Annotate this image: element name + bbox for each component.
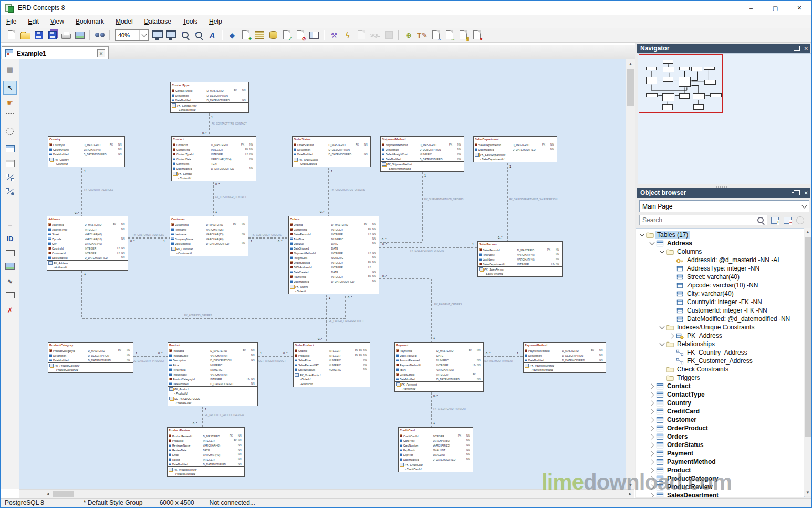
diagram-table-country[interactable]: CountryCountryIdD_MASTERIDPKNNCountryNam… bbox=[48, 136, 125, 167]
note-tool-icon[interactable]: ≡ bbox=[3, 217, 17, 231]
delete-tool-icon[interactable]: ✗ bbox=[3, 303, 17, 317]
tree-item-addressid-d-masterid-nn-ai[interactable]: AddressId: @d_masterid -NN -AI bbox=[668, 256, 781, 264]
vscroll-thumb[interactable] bbox=[627, 69, 634, 106]
close-button[interactable]: ✕ bbox=[787, 1, 811, 15]
zoom-out-icon[interactable]: − bbox=[192, 29, 205, 42]
print-report-icon[interactable]: ● bbox=[471, 29, 483, 42]
tree-item-check-constraints[interactable]: Check Constraints bbox=[658, 365, 730, 374]
tree-item-city-varchar-40[interactable]: City: varchar(40) bbox=[668, 289, 735, 298]
navigator-minimap[interactable] bbox=[638, 53, 812, 184]
page-selector-dropdown[interactable]: Main Page bbox=[639, 200, 809, 212]
tree-item-salesdepartment[interactable]: SalesDepartment bbox=[648, 491, 720, 497]
generate-database-icon[interactable]: ⚒ bbox=[328, 29, 340, 42]
object-browser-pin-icon[interactable] bbox=[794, 190, 800, 195]
tree-scroll-up-arrow[interactable]: ▲ bbox=[804, 228, 812, 236]
tree-item-orderproduct[interactable]: OrderProduct bbox=[648, 424, 710, 432]
hscroll-thumb[interactable] bbox=[53, 491, 74, 497]
tree-item-country[interactable]: Country bbox=[648, 399, 693, 407]
style-editor-icon[interactable] bbox=[308, 29, 320, 42]
new-model-icon[interactable] bbox=[5, 29, 18, 42]
tab-close-icon[interactable]: ✕ bbox=[97, 49, 105, 57]
text-editor-icon[interactable]: T✎ bbox=[416, 29, 429, 42]
tree-scrollbar[interactable]: ▲ ▼ bbox=[804, 228, 812, 496]
tree-item-addresstype-integer-nn[interactable]: AddressType: integer -NN bbox=[668, 264, 761, 273]
export-model-icon[interactable]: → bbox=[443, 29, 456, 42]
tree-scroll-thumb[interactable] bbox=[805, 237, 811, 437]
tree-item-orders[interactable]: Orders bbox=[648, 432, 689, 441]
diagram-table-customer[interactable]: CustomerCustomerIdD_MASTERIDPKNNFirstnam… bbox=[170, 216, 248, 256]
tree-scroll-down-arrow[interactable]: ▼ bbox=[804, 489, 812, 496]
menu-edit[interactable]: Edit bbox=[22, 16, 45, 27]
diagram-table-product[interactable]: ProductProductIdD_MASTERIDPKNNProductCod… bbox=[168, 342, 258, 406]
diagram-table-productcategory[interactable]: ProductCategoryProductCategoryIdD_MASTER… bbox=[48, 342, 133, 373]
print-preview-icon[interactable] bbox=[74, 29, 86, 42]
tree-item-zipcode-varchar-10-nn[interactable]: Zipcode: varchar(10) -NN bbox=[668, 281, 759, 289]
relationship-many-tool-icon[interactable] bbox=[3, 185, 17, 199]
tree-item-fk-country-address[interactable]: FK_Country_Address bbox=[668, 348, 749, 357]
view-tool-icon[interactable] bbox=[3, 246, 17, 260]
table-editor-icon[interactable] bbox=[253, 29, 266, 42]
tree-item-productcategory[interactable]: ProductCategory bbox=[648, 474, 720, 483]
save-all-icon[interactable] bbox=[46, 29, 59, 42]
tree-item-pk-address[interactable]: PK_Address bbox=[668, 331, 724, 340]
zoom-level-dropdown[interactable]: 40% bbox=[115, 29, 149, 41]
diagram-table-orders[interactable]: OrdersOrderIdD_MASTERIDPKNNCustomerIdINT… bbox=[288, 216, 379, 294]
tree-item-triggers[interactable]: Triggers bbox=[658, 374, 702, 382]
diagram-table-productreview[interactable]: ProductReviewProductReviewIdD_MASTERIDPK… bbox=[167, 427, 245, 477]
tree-item-customerid-integer-fk-nn[interactable]: CustomerId: integer -FK -NN bbox=[668, 306, 769, 315]
tree-item-creditcard[interactable]: CreditCard bbox=[648, 407, 701, 416]
diagram-table-salesdepartment[interactable]: SalesDepartmentSalesDepartmentIdD_MASTER… bbox=[473, 136, 557, 162]
diagram-table-address[interactable]: AddressAddressIdD_MASTERIDPKNNAddressTyp… bbox=[47, 216, 128, 271]
image-tool-icon[interactable] bbox=[3, 260, 17, 273]
generate-script-icon[interactable]: ϟ bbox=[341, 29, 354, 42]
tree-item-product[interactable]: Product bbox=[648, 466, 692, 474]
open-model-icon[interactable] bbox=[19, 29, 32, 42]
tree-item-datemodified-d-datemodified-nn[interactable]: DateModified: @d_datemodified -NN bbox=[668, 315, 792, 323]
tree-item-tables-17[interactable]: Tables (17) bbox=[638, 231, 690, 239]
tree-item-relationships[interactable]: Relationships bbox=[658, 340, 716, 348]
navigator-close-icon[interactable]: ✕ bbox=[804, 46, 808, 51]
paste-tool-icon[interactable]: ▤ bbox=[3, 63, 17, 76]
new-view-tool-icon[interactable] bbox=[3, 157, 17, 170]
object-browser-close-icon[interactable]: ✕ bbox=[804, 190, 808, 196]
diagram-table-payment[interactable]: PaymentPaymentIdD_MASTERIDPKNNDateReceiv… bbox=[394, 342, 484, 392]
scroll-down-arrow[interactable]: ▼ bbox=[626, 481, 635, 489]
diagram-table-paymentmethod[interactable]: PaymentMethodPaymentMethodIdD_MASTERIDPK… bbox=[523, 342, 606, 373]
curve-tool-icon[interactable]: ∿ bbox=[3, 274, 17, 288]
search-input[interactable] bbox=[640, 216, 757, 224]
tree-item-countryid-integer-fk-nn[interactable]: CountryId: integer -FK -NN bbox=[668, 298, 764, 306]
id-tool-icon[interactable]: ID bbox=[3, 232, 17, 245]
diagram-table-orderstatus[interactable]: OrderStatusOrderStatusIdD_MASTERIDPKNNDe… bbox=[292, 136, 371, 167]
fit-page-icon[interactable] bbox=[151, 29, 164, 42]
tree-item-paymentmethod[interactable]: PaymentMethod bbox=[648, 458, 717, 466]
reverse-engineer-icon[interactable]: ⊕ bbox=[402, 29, 415, 42]
menu-database[interactable]: Database bbox=[139, 16, 177, 27]
tree-item-street-varchar-40[interactable]: Street: varchar(40) bbox=[668, 273, 741, 281]
cancel-validate-icon[interactable]: ⊘ bbox=[294, 29, 307, 42]
pointer-tool-icon[interactable]: ↖ bbox=[3, 81, 17, 95]
tree-item-address[interactable]: Address bbox=[648, 239, 694, 247]
collapse-all-button[interactable]: − bbox=[782, 215, 793, 225]
find-icon[interactable] bbox=[93, 29, 106, 42]
canvas-horizontal-scrollbar[interactable]: ◄ ► bbox=[19, 489, 634, 499]
tree-item-indexes-unique-constraints[interactable]: Indexes/Unique Constraints bbox=[658, 323, 756, 331]
pan-tool-icon[interactable]: ☛ bbox=[3, 96, 17, 109]
rectangle-tool-icon[interactable] bbox=[3, 288, 17, 302]
add-page-icon[interactable]: + bbox=[240, 29, 252, 42]
scroll-right-arrow[interactable]: ► bbox=[626, 490, 634, 499]
diagram-table-creditcard[interactable]: CreditCardCreditCardIdINTEGERPKNNCardTyp… bbox=[398, 427, 473, 472]
validate-model-icon[interactable]: ✓ bbox=[280, 29, 293, 42]
maximize-button[interactable]: ▢ bbox=[763, 1, 787, 15]
menu-bookmark[interactable]: Bookmark bbox=[70, 16, 110, 27]
scroll-left-arrow[interactable]: ◄ bbox=[44, 490, 52, 499]
fit-width-icon[interactable] bbox=[165, 29, 178, 42]
minimize-button[interactable]: – bbox=[739, 1, 763, 15]
tab-example1[interactable]: Example1 ✕ bbox=[2, 46, 109, 60]
scroll-up-arrow[interactable]: ▲ bbox=[626, 59, 635, 68]
save-model-icon[interactable] bbox=[33, 29, 45, 42]
diagram-table-orderproduct[interactable]: OrderProductOrderIdINTEGERPKFKNNProductI… bbox=[293, 342, 370, 387]
search-box[interactable] bbox=[639, 215, 767, 225]
tree-item-productreview[interactable]: ProductReview bbox=[648, 483, 714, 491]
select-ellipse-tool-icon[interactable] bbox=[3, 125, 17, 138]
tree-item-contact[interactable]: Contact bbox=[648, 382, 692, 390]
